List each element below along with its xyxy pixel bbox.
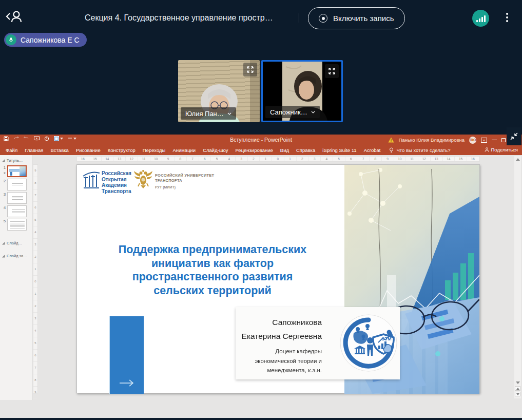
ribbon-tab-home[interactable]: Главная	[21, 147, 47, 153]
scroll-up-button[interactable]	[516, 158, 520, 161]
slide-thumbnail-2[interactable]: 2	[2, 179, 31, 190]
addin-quick-icon[interactable]	[54, 136, 63, 141]
roat-logo-text: Российская Открытая Академия Транспорта	[102, 170, 131, 194]
author-surname: Сапожникова	[241, 315, 322, 329]
participant-name-menu[interactable]: Сапожник…	[265, 106, 320, 118]
collapse-screenshare-button[interactable]	[507, 127, 521, 145]
roat-logo-icon	[82, 169, 101, 190]
animation-star-icon: ★	[2, 170, 7, 176]
share-person-icon	[485, 147, 489, 152]
slide-number: 1★	[2, 165, 7, 177]
tell-me-search[interactable]: Что вы хотите сделать?	[389, 147, 450, 153]
section-collapse-icon	[2, 255, 5, 258]
section-label: Слайд…	[7, 241, 22, 245]
restore-button[interactable]	[501, 138, 506, 142]
chevron-down-icon	[311, 111, 315, 113]
signal-bar	[476, 20, 478, 22]
video-tile-participant-1[interactable]: Юлия Пан…	[178, 60, 260, 122]
ruler-number: 3	[236, 157, 248, 161]
customize-qat-button[interactable]	[68, 137, 76, 141]
ribbon-tab-animations[interactable]: Анимации	[169, 147, 199, 153]
ruler-number: 4	[33, 325, 37, 337]
record-icon	[319, 14, 327, 23]
back-participants-button[interactable]	[5, 9, 25, 24]
ribbon-tab-transitions[interactable]: Переходы	[139, 147, 169, 153]
minimize-button[interactable]	[492, 140, 497, 140]
slide-thumbnail-4[interactable]: 4	[2, 205, 31, 217]
ribbon-tab-slideshow[interactable]: Слайд-шоу	[199, 147, 231, 153]
account-avatar[interactable]: ПЮ	[469, 137, 476, 144]
expand-video-button[interactable]	[325, 64, 339, 78]
vertical-ruler[interactable]: 9876543210123456789	[33, 164, 38, 393]
more-options-button[interactable]	[504, 11, 511, 26]
share-button[interactable]: Поделиться	[485, 147, 518, 152]
powerpoint-window: Вступление - PowerPoint Панько Юлия Влад…	[0, 135, 522, 418]
ruler-number: 4	[33, 226, 37, 239]
section-collapse-icon	[2, 159, 5, 162]
ruler-number: 2	[33, 300, 37, 313]
horizontal-ruler[interactable]: 1615141312111098765432101234567891011121…	[76, 156, 480, 162]
author-info-box[interactable]: Сапожникова Екатерина Сергеевна Доцент к…	[236, 307, 400, 379]
video-tile-participant-2-active[interactable]: Сапожник…	[261, 60, 343, 122]
vertical-scrollbar[interactable]	[514, 156, 521, 398]
previous-slide-button[interactable]	[515, 386, 520, 391]
conference-topbar: Секция 4. Государственное управление про…	[0, 0, 522, 31]
redo-icon[interactable]	[24, 136, 29, 141]
arrow-right-icon	[119, 379, 135, 387]
warning-icon[interactable]	[388, 137, 394, 143]
section-header-3[interactable]: Слайд за…	[0, 251, 32, 259]
touch-mode-icon[interactable]	[44, 136, 49, 141]
section-header-2[interactable]: Слайд…	[0, 238, 32, 246]
ribbon-tab-bar: Файл Главная Вставка Рисование Конструкт…	[0, 145, 522, 155]
participant-name-menu[interactable]: Юлия Пан…	[181, 107, 236, 120]
ruler-number: 5	[333, 157, 345, 161]
app-background-strip	[0, 418, 522, 420]
expand-video-button[interactable]	[243, 63, 257, 77]
ribbon-tab-file[interactable]: Файл	[2, 147, 21, 153]
expand-icon	[246, 66, 254, 73]
section-header-title[interactable]: Титуль…	[0, 155, 32, 164]
author-role: Доцент кафедры экономической теории и ме…	[241, 347, 322, 375]
ribbon-display-options-icon[interactable]	[481, 138, 487, 143]
start-recording-button[interactable]: Включить запись	[308, 7, 405, 29]
slide-thumbnail-3[interactable]: 3	[2, 192, 31, 204]
ruler-number: 1	[33, 288, 37, 300]
ribbon-tab-design[interactable]: Конструктор	[104, 147, 139, 153]
ruler-number: 3	[308, 157, 321, 161]
slide-title[interactable]: Поддержка предпринимательских инициатив …	[82, 243, 343, 297]
titlebar-right: Панько Юлия Владимировна ПЮ	[388, 135, 506, 145]
scroll-down-button[interactable]	[516, 381, 520, 384]
ribbon-tab-insert[interactable]: Вставка	[47, 147, 72, 153]
thumbnail	[7, 179, 27, 190]
ribbon-tab-ispring[interactable]: iSpring Suite 11	[319, 147, 360, 153]
author-text: Сапожникова Екатерина Сергеевна Доцент к…	[241, 315, 322, 375]
section-label: Титуль…	[7, 158, 23, 163]
window-title: Вступление - PowerPoint	[230, 137, 292, 143]
ruler-number: 7	[357, 157, 370, 161]
undo-icon[interactable]	[13, 136, 19, 141]
account-name[interactable]: Панько Юлия Владимировна	[399, 137, 465, 143]
start-slideshow-icon[interactable]	[34, 136, 40, 141]
ruler-number: 3	[33, 313, 37, 325]
slide-thumbnail-5[interactable]: 5	[2, 219, 31, 231]
ruler-number: 13	[113, 157, 126, 161]
ribbon-tab-help[interactable]: Справка	[293, 147, 319, 153]
ruler-number: 11	[406, 157, 418, 161]
save-icon[interactable]	[4, 136, 9, 141]
ruler-number: 1	[260, 157, 272, 161]
ribbon-tab-draw[interactable]: Рисование	[72, 147, 104, 153]
ribbon-tab-review[interactable]: Рецензирование	[231, 147, 276, 153]
ribbon-tab-view[interactable]: Вид	[277, 147, 293, 153]
collapse-icon	[510, 132, 518, 141]
next-slide-button[interactable]	[515, 392, 520, 396]
ruler-number: 5	[33, 337, 37, 350]
ruler-number: 5	[33, 214, 37, 226]
section-collapse-icon	[2, 242, 5, 245]
signal-bar	[484, 15, 486, 22]
slide-thumbnail-1[interactable]: 1★	[2, 165, 31, 177]
connection-quality-button[interactable]	[472, 10, 489, 27]
ribbon-tab-acrobat[interactable]: Acrobat	[360, 147, 384, 153]
active-speaker-badge[interactable]: Сапожникова Е С	[4, 33, 87, 47]
decor-blue-rectangle[interactable]	[110, 316, 144, 394]
slide-canvas[interactable]: Российская Открытая Академия Транспорта	[76, 164, 480, 393]
